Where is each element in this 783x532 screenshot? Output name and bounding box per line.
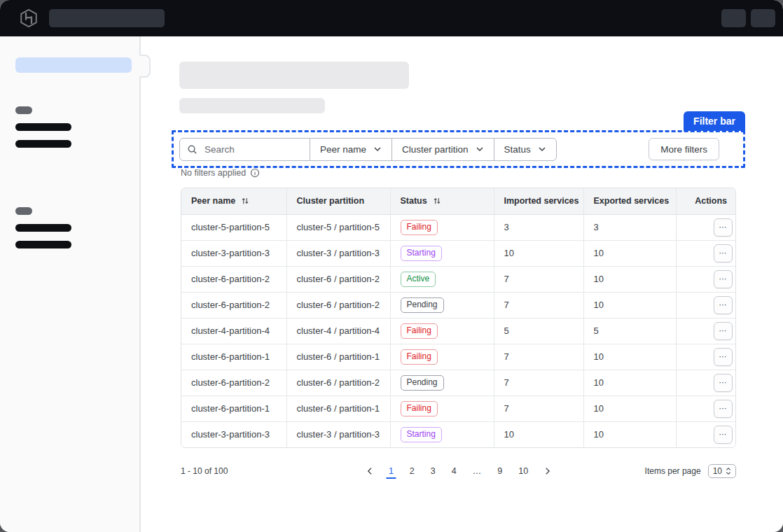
table-header-row: Peer name Cluster partition: [181, 188, 736, 214]
cell-imported-services: 7: [494, 396, 583, 421]
sidebar: [0, 36, 141, 532]
cell-exported-services: 10: [583, 240, 676, 266]
search-icon: [187, 144, 198, 155]
cell-exported-services: 10: [583, 292, 676, 318]
items-per-page-select[interactable]: 10: [708, 464, 736, 478]
cell-cluster-partition: cluster-3 / partition-3: [286, 240, 390, 266]
page-button-3[interactable]: 3: [428, 464, 438, 478]
filter-dropdown-cluster-partition[interactable]: Cluster partition: [392, 139, 494, 160]
cell-peer-name: cluster-6-partition-1: [181, 396, 286, 421]
cell-actions: ⋯: [676, 318, 736, 344]
ellipsis-icon: ⋯: [719, 404, 728, 412]
cell-cluster-partition: cluster-6 / partition-2: [286, 370, 390, 396]
page-button-2[interactable]: 2: [407, 464, 417, 478]
table-row: cluster-6-partition-2cluster-6 / partiti…: [181, 292, 736, 318]
cell-imported-services: 7: [494, 266, 583, 292]
cell-cluster-partition: cluster-6 / partition-1: [286, 396, 390, 421]
pagination-range: 1 - 10 of 100: [181, 466, 228, 476]
filter-dropdown-status[interactable]: Status: [494, 139, 556, 160]
sidebar-item-placeholder[interactable]: [15, 123, 71, 131]
row-actions-button[interactable]: ⋯: [714, 270, 733, 288]
row-actions-button[interactable]: ⋯: [714, 218, 733, 237]
cell-peer-name: cluster-3-partition-3: [181, 240, 286, 266]
cell-status: Failing: [390, 318, 494, 344]
status-badge: Pending: [401, 375, 444, 391]
cell-peer-name: cluster-6-partition-1: [181, 344, 286, 370]
cell-status: Active: [390, 266, 494, 292]
ellipsis-icon: ⋯: [719, 352, 728, 360]
search-input[interactable]: [203, 144, 303, 155]
column-header-cluster-partition[interactable]: Cluster partition: [286, 188, 390, 214]
sidebar-section-label-placeholder: [15, 106, 32, 114]
filter-dropdown-peer-name[interactable]: Peer name: [310, 139, 392, 160]
cell-exported-services: 10: [583, 421, 676, 447]
filter-bar: Peer nameCluster partitionStatus More fi…: [172, 130, 745, 168]
ellipsis-icon: ⋯: [719, 378, 728, 386]
column-header-imported-services[interactable]: Imported services: [494, 188, 583, 214]
cell-actions: ⋯: [676, 214, 736, 240]
cell-status: Pending: [390, 370, 494, 396]
sidebar-item-placeholder[interactable]: [15, 241, 71, 248]
ellipsis-icon: ⋯: [719, 326, 728, 335]
cell-actions: ⋯: [676, 370, 736, 396]
cell-cluster-partition: cluster-3 / partition-3: [286, 421, 390, 447]
table-row: cluster-6-partition-1cluster-6 / partiti…: [181, 344, 736, 370]
page-button-9[interactable]: 9: [494, 464, 505, 478]
cell-status: Failing: [390, 344, 494, 370]
page-title-placeholder: [179, 62, 409, 89]
pagination-prev-button[interactable]: [365, 466, 375, 476]
column-header-status[interactable]: Status: [390, 188, 494, 214]
sidebar-item-placeholder[interactable]: [15, 224, 71, 232]
row-actions-button[interactable]: ⋯: [714, 322, 733, 340]
more-filters-button[interactable]: More filters: [649, 138, 719, 160]
column-header-exported-services[interactable]: Exported services: [583, 188, 676, 214]
row-actions-button[interactable]: ⋯: [714, 348, 733, 366]
cell-actions: ⋯: [676, 240, 736, 266]
cell-actions: ⋯: [676, 421, 736, 447]
row-actions-button[interactable]: ⋯: [714, 244, 733, 262]
cell-exported-services: 10: [583, 370, 676, 396]
table-row: cluster-3-partition-3cluster-3 / partiti…: [181, 240, 736, 266]
row-actions-button[interactable]: ⋯: [714, 400, 733, 418]
cell-imported-services: 7: [494, 370, 583, 396]
dropdown-label: Status: [504, 144, 531, 155]
stepper-arrows-icon: [726, 467, 731, 475]
table-row: cluster-3-partition-3cluster-3 / partiti…: [181, 421, 736, 447]
cell-peer-name: cluster-6-partition-2: [181, 370, 286, 396]
pagination-ellipsis: …: [470, 464, 485, 478]
sort-icon[interactable]: [433, 197, 441, 205]
column-header-actions: Actions: [676, 188, 736, 214]
row-actions-button[interactable]: ⋯: [714, 426, 733, 444]
page-button-1[interactable]: 1: [386, 464, 396, 479]
cell-actions: ⋯: [676, 396, 736, 421]
items-per-page-label: Items per page: [645, 466, 701, 476]
status-badge: Failing: [401, 401, 438, 416]
cell-peer-name: cluster-6-partition-2: [181, 292, 286, 318]
top-nav-action-placeholder: [721, 9, 746, 27]
no-filters-text: No filters applied: [181, 168, 246, 178]
pagination-next-button[interactable]: [542, 466, 552, 476]
page-button-4[interactable]: 4: [449, 464, 459, 478]
ellipsis-icon: ⋯: [719, 430, 728, 438]
table-row: cluster-6-partition-2cluster-6 / partiti…: [181, 266, 736, 292]
search-field[interactable]: [180, 139, 310, 160]
row-actions-button[interactable]: ⋯: [714, 296, 733, 314]
app-window: Filter bar Peer nameCluster partitionSta…: [0, 0, 783, 532]
page-button-10[interactable]: 10: [515, 464, 531, 478]
top-nav-action-placeholder: [751, 9, 775, 27]
sort-icon[interactable]: [241, 197, 249, 205]
status-badge: Starting: [401, 246, 442, 261]
status-badge: Pending: [401, 298, 444, 313]
filter-segmented-control: Peer nameCluster partitionStatus: [179, 138, 557, 161]
sidebar-collapse-handle[interactable]: [139, 55, 151, 78]
ellipsis-icon: ⋯: [719, 300, 728, 309]
info-icon[interactable]: [250, 168, 260, 178]
column-header-peer-name[interactable]: Peer name: [181, 188, 286, 214]
sidebar-item-placeholder[interactable]: [15, 140, 71, 148]
cell-peer-name: cluster-3-partition-3: [181, 421, 286, 447]
row-actions-button[interactable]: ⋯: [714, 374, 733, 392]
sidebar-active-item-placeholder[interactable]: [15, 57, 132, 73]
cell-imported-services: 3: [494, 214, 583, 240]
status-badge: Starting: [401, 427, 442, 442]
pagination-pages: 1234…910: [386, 464, 531, 479]
